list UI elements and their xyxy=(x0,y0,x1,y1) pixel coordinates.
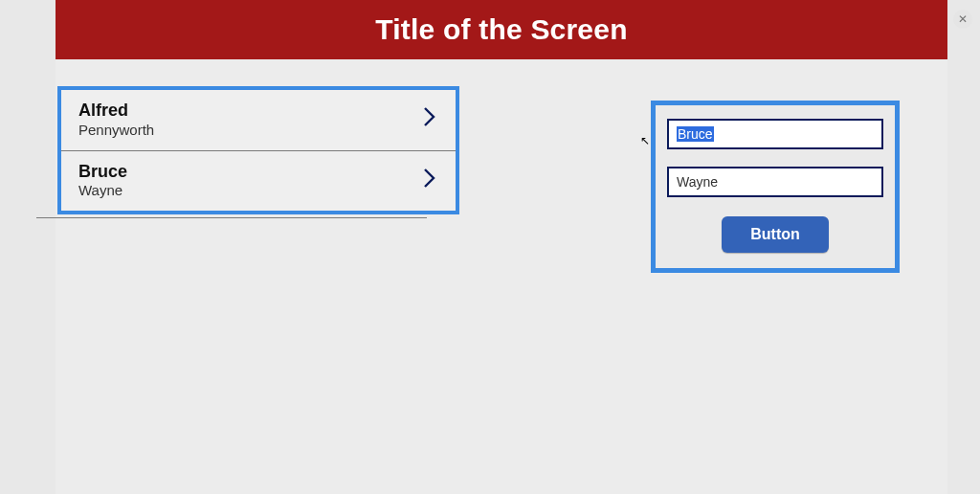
divider xyxy=(36,217,427,218)
close-icon[interactable]: ✕ xyxy=(953,10,972,29)
chevron-right-icon xyxy=(421,104,438,133)
list-item-first: Bruce xyxy=(78,161,127,183)
list-item-last: Wayne xyxy=(78,182,127,199)
first-name-input[interactable]: Bruce xyxy=(667,119,883,149)
input-value: Wayne xyxy=(677,174,718,190)
header-bar: Title of the Screen xyxy=(56,0,947,59)
list-item[interactable]: Alfred Pennyworth xyxy=(61,90,456,151)
input-value-selected: Bruce xyxy=(677,126,714,142)
list-item-last: Pennyworth xyxy=(78,122,154,139)
submit-button[interactable]: Button xyxy=(722,216,829,253)
list-item-first: Alfred xyxy=(78,100,154,122)
chevron-right-icon xyxy=(421,166,438,194)
app-window: Title of the Screen Alfred Pennyworth Br… xyxy=(56,0,947,494)
page-title: Title of the Screen xyxy=(375,13,627,46)
content-area: Alfred Pennyworth Bruce Wayne Bru xyxy=(56,59,947,88)
last-name-input[interactable]: Wayne xyxy=(667,167,883,197)
person-list: Alfred Pennyworth Bruce Wayne xyxy=(57,86,459,214)
cursor-icon: ↖ xyxy=(640,134,650,147)
list-item[interactable]: Bruce Wayne xyxy=(61,151,456,212)
edit-form: Bruce Wayne Button xyxy=(651,101,900,273)
